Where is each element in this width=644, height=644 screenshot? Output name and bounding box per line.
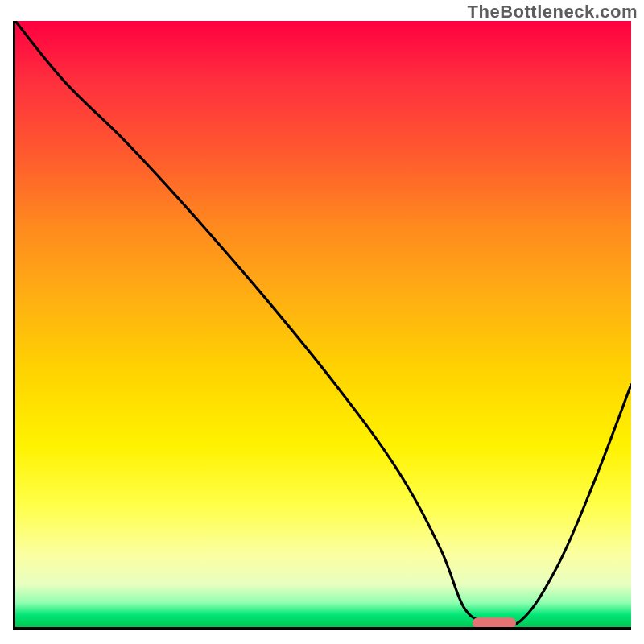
attribution-label: TheBottleneck.com: [468, 2, 638, 23]
optimal-range-marker: [473, 617, 516, 629]
plot-area: [13, 21, 631, 630]
bottleneck-curve: [15, 21, 631, 627]
chart-container: TheBottleneck.com: [0, 0, 644, 644]
curve-path: [15, 21, 631, 626]
